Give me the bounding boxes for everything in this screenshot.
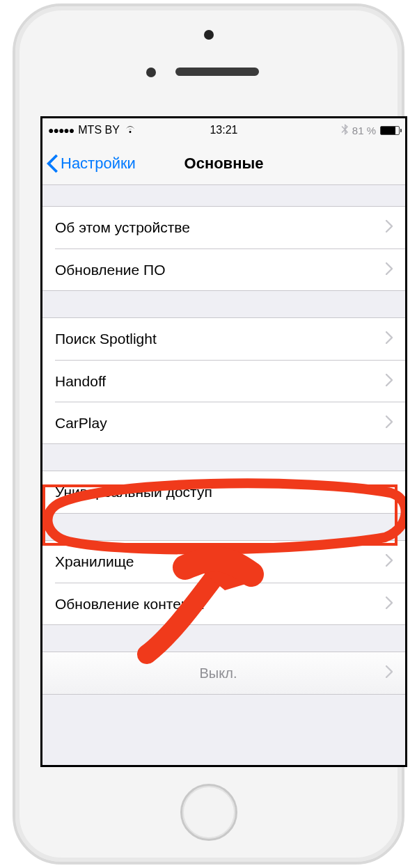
battery-icon (380, 126, 400, 135)
navigation-bar: Настройки Основные (42, 142, 405, 185)
settings-list: Об этом устройстве Обновление ПО Поиск S… (42, 206, 405, 695)
earpiece-speaker (175, 68, 259, 76)
row-label: Handoff (55, 373, 106, 390)
group-last: Выкл. (42, 652, 405, 695)
row-label: CarPlay (55, 415, 107, 432)
home-button[interactable] (180, 784, 237, 841)
proximity-sensor (146, 68, 156, 77)
row-software-update[interactable]: Обновление ПО (55, 248, 405, 290)
clock: 13:21 (42, 124, 405, 136)
page-title: Основные (42, 155, 405, 173)
group-spotlight: Поиск Spotlight Handoff CarPlay (42, 317, 405, 444)
row-label: Универсальный доступ (55, 484, 212, 500)
row-accessibility[interactable]: Универсальный доступ (42, 471, 405, 513)
chevron-right-icon (386, 415, 393, 432)
row-label: Хранилище (55, 553, 134, 570)
chevron-right-icon (386, 484, 393, 500)
row-label: Об этом устройстве (55, 219, 190, 236)
row-unknown-off[interactable]: Выкл. (42, 652, 405, 694)
row-background-refresh[interactable]: Обновление контента (55, 583, 405, 624)
group-about: Об этом устройстве Обновление ПО (42, 206, 405, 291)
row-handoff[interactable]: Handoff (55, 360, 405, 402)
status-bar: ●●●●● MTS BY 13:21 81 % (42, 118, 405, 142)
chevron-right-icon (386, 373, 393, 390)
chevron-right-icon (386, 262, 393, 278)
chevron-right-icon (386, 596, 393, 613)
row-about-device[interactable]: Об этом устройстве (42, 207, 405, 248)
screen: ●●●●● MTS BY 13:21 81 % Настройки Осн (40, 116, 407, 767)
row-spotlight[interactable]: Поиск Spotlight (42, 318, 405, 360)
phone-frame: ●●●●● MTS BY 13:21 81 % Настройки Осн (13, 3, 404, 865)
group-accessibility: Универсальный доступ (42, 471, 405, 514)
group-storage: Хранилище Обновление контента (42, 540, 405, 625)
row-value: Выкл. (200, 665, 242, 681)
row-carplay[interactable]: CarPlay (55, 402, 405, 443)
chevron-right-icon (386, 553, 393, 570)
row-label: Обновление контента (55, 596, 204, 613)
chevron-right-icon (386, 665, 393, 681)
chevron-right-icon (386, 219, 393, 236)
chevron-right-icon (386, 331, 393, 347)
row-label: Поиск Spotlight (55, 331, 157, 347)
row-label: Обновление ПО (55, 262, 166, 278)
front-camera (204, 30, 214, 40)
row-storage[interactable]: Хранилище (42, 541, 405, 583)
